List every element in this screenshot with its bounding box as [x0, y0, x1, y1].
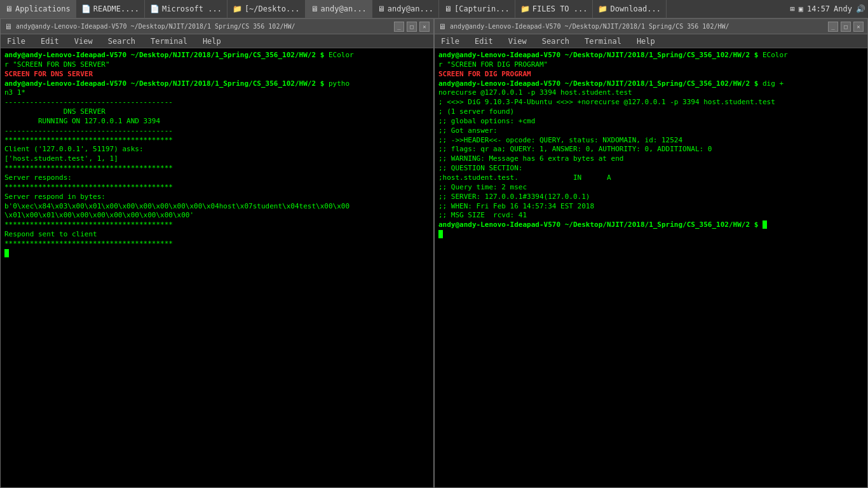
terminal-line: n3 1* [4, 88, 430, 98]
applications-icon: 🖥 [5, 4, 13, 13]
terminal-cursor [763, 220, 767, 229]
terminal-line: ;; SERVER: 127.0.0.1#3394(127.0.0.1) [438, 193, 864, 202]
left-terminal-window: 🖥 andy@andy-Lenovo-Ideapad-V570 ~/Deskto… [0, 18, 434, 488]
taskbar-app-microsoft[interactable]: 📄 Microsoft ... [145, 0, 227, 18]
left-close-button[interactable]: ✕ [419, 22, 430, 32]
volume-icon: 🔊 [856, 4, 865, 13]
taskbar-app-files[interactable]: 📁 FILES TO ... [515, 0, 593, 18]
taskbar-app-terminal1[interactable]: 🖥 andy@an... [306, 0, 372, 18]
left-maximize-button[interactable]: □ [407, 22, 417, 32]
right-menu-help[interactable]: Help [633, 36, 659, 47]
left-menu-help[interactable]: Help [199, 36, 225, 47]
taskbar-app-label: andy@an... [388, 4, 433, 13]
right-menu-terminal[interactable]: Terminal [581, 36, 625, 47]
right-menu-edit[interactable]: Edit [471, 36, 497, 47]
terminal-line: ; (1 server found) [438, 107, 864, 117]
terminal-line: ;; MSG SIZE rcvd: 41 [438, 211, 864, 220]
left-terminal-body[interactable]: andy@andy-Lenovo-Ideapad-V570 ~/Desktop/… [1, 48, 433, 487]
taskbar-app-label: [Capturin... [454, 4, 510, 13]
taskbar-app-capturing[interactable]: 🖥 [Capturin... [439, 0, 515, 18]
terminal-line: andy@andy-Lenovo-Ideapad-V570 ~/Desktop/… [4, 79, 430, 89]
terminal-line: ;; Query time: 2 msec [438, 183, 864, 193]
right-menu-search[interactable]: Search [538, 36, 573, 47]
terminal-line: andy@andy-Lenovo-Ideapad-V570 ~/Desktop/… [438, 51, 864, 60]
terminal-line: RUNNING ON 127.0.0.1 AND 3394 [4, 117, 430, 126]
terminal-line: Client ('127.0.0.1', 51197) asks: [4, 145, 430, 154]
left-menu-view[interactable]: View [71, 36, 97, 47]
terminal-line: ;; Got answer: [438, 126, 864, 136]
terminal-line: Respond sent to client [4, 230, 430, 240]
terminal-line: ;; global options: +cmd [438, 117, 864, 126]
taskbar-app-downloads[interactable]: 📁 Download... [593, 0, 666, 18]
right-terminal-window: 🖥 andy@andy-Lenovo-Ideapad-V570 ~/Deskto… [434, 18, 868, 488]
taskbar-app-readme[interactable]: 📄 README.... [76, 0, 145, 18]
left-menu-edit[interactable]: Edit [37, 36, 63, 47]
right-titlebar: 🖥 andy@andy-Lenovo-Ideapad-V570 ~/Deskto… [435, 19, 867, 34]
terminal-line: ---------------------------------------- [4, 126, 430, 136]
right-minimize-button[interactable]: _ [828, 22, 838, 32]
terminal-line: Server respond in bytes: [4, 193, 430, 202]
terminal-line: **************************************** [4, 240, 430, 249]
right-close-button[interactable]: ✕ [853, 22, 864, 32]
terminal-line: **************************************** [4, 220, 430, 230]
terminal-line: ['host.student.test', 1, 1] [4, 154, 430, 164]
left-title-text: andy@andy-Lenovo-Ideapad-V570 ~/Desktop/… [16, 23, 390, 30]
files-folder-icon: 📁 [520, 4, 530, 13]
left-minimize-button[interactable]: _ [394, 22, 404, 32]
left-terminal-icon: 🖥 [4, 22, 12, 31]
taskbar-app-label: andy@an... [321, 4, 367, 13]
terminal-cursor [438, 230, 443, 238]
right-menu-view[interactable]: View [505, 36, 531, 47]
terminal-cursor [4, 249, 9, 257]
terminal-line: ;; ->>HEADER<<- opcode: QUERY, status: N… [438, 136, 864, 146]
terminal1-icon: 🖥 [311, 4, 318, 13]
taskbar-app-label: FILES TO ... [532, 4, 588, 13]
taskbar-app-label: Download... [610, 4, 660, 13]
terminal-line: \x01\x00\x01\x00\x00\x00\x00\x00\x00\x00… [4, 211, 430, 220]
right-terminal-body[interactable]: andy@andy-Lenovo-Ideapad-V570 ~/Desktop/… [435, 48, 867, 487]
taskbar-apps: 🖥 Applications 📄 README.... 📄 Microsoft … [0, 0, 785, 18]
taskbar-app-label: Microsoft ... [162, 4, 222, 13]
terminal-line: **************************************** [4, 136, 430, 146]
left-menubar: File Edit View Search Terminal Help [1, 34, 433, 48]
right-terminal-icon: 🖥 [438, 22, 446, 31]
taskbar-app-terminal2[interactable]: 🖥 andy@an... [372, 0, 439, 18]
terminal-line: Server responds: [4, 173, 430, 183]
terminal-line: ;; flags: qr aa; QUERY: 1, ANSWER: 0, AU… [438, 145, 864, 154]
right-maximize-button[interactable]: □ [841, 22, 851, 32]
tray-icon2: ▣ [799, 4, 803, 13]
right-window-controls: _ □ ✕ [828, 22, 864, 32]
taskbar-app-label: README.... [93, 4, 139, 13]
terminal-line: SCREEN FOR DNS SERVER [4, 70, 430, 79]
taskbar: 🖥 Applications 📄 README.... 📄 Microsoft … [0, 0, 868, 18]
microsoft-icon: 📄 [150, 4, 159, 13]
taskbar-app-desktop[interactable]: 📁 [~/Deskto... [227, 0, 306, 18]
terminal-line: andy@andy-Lenovo-Ideapad-V570 ~/Desktop/… [438, 79, 864, 89]
downloads-icon: 📁 [598, 4, 607, 13]
terminal-line [438, 230, 864, 240]
left-menu-file[interactable]: File [3, 36, 29, 47]
terminal-line: andy@andy-Lenovo-Ideapad-V570 ~/Desktop/… [438, 220, 864, 230]
left-menu-terminal[interactable]: Terminal [147, 36, 191, 47]
terminal-line: SCREEN FOR DIG PROGRAM [438, 70, 864, 79]
taskbar-app-label: Applications [15, 4, 71, 13]
system-tray: ⊞ ▣ 14:57 Andy 🔊 [785, 4, 869, 13]
capturing-icon: 🖥 [444, 4, 452, 13]
terminal-line [4, 249, 430, 259]
right-menu-file[interactable]: File [437, 36, 463, 47]
left-titlebar: 🖥 andy@andy-Lenovo-Ideapad-V570 ~/Deskto… [1, 19, 433, 34]
right-title-text: andy@andy-Lenovo-Ideapad-V570 ~/Desktop/… [450, 23, 824, 30]
windows-area: 🖥 andy@andy-Lenovo-Ideapad-V570 ~/Deskto… [0, 18, 868, 488]
tray-icon1: ⊞ [790, 4, 795, 13]
left-window-controls: _ □ ✕ [394, 22, 430, 32]
right-menubar: File Edit View Search Terminal Help [435, 34, 867, 48]
terminal-line: ; <<>> DiG 9.10.3-P4-Ubuntu <<>> +norecu… [438, 98, 864, 107]
desktop-folder-icon: 📁 [233, 4, 242, 13]
taskbar-app-applications[interactable]: 🖥 Applications [0, 0, 76, 18]
terminal-line: norecurse @127.0.0.1 -p 3394 host.studen… [438, 88, 864, 98]
terminal-line: ;; QUESTION SECTION: [438, 164, 864, 173]
tray-user: Andy [834, 4, 852, 13]
left-menu-search[interactable]: Search [104, 36, 139, 47]
terminal2-icon: 🖥 [377, 4, 385, 13]
terminal-line: ;; WARNING: Message has 6 extra bytes at… [438, 154, 864, 164]
